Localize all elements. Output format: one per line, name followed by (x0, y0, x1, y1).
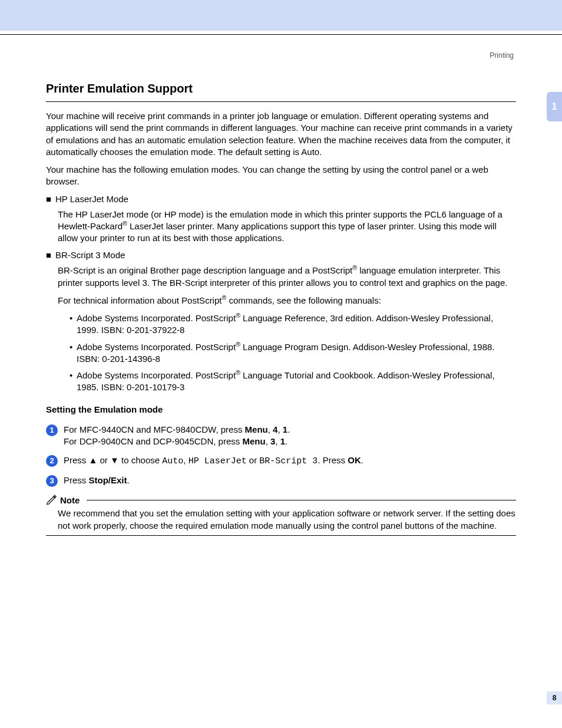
text: , (266, 436, 270, 446)
step-number-icon: 1 (46, 424, 58, 436)
subheading: Setting the Emulation mode (46, 404, 516, 414)
step-2-body: Press ▲ or ▼ to choose Auto, HP LaserJet… (64, 454, 516, 467)
page-title: Printer Emulation Support (46, 82, 516, 95)
text: . (285, 436, 287, 446)
text: . (287, 424, 290, 434)
step-2: 2 Press ▲ or ▼ to choose Auto, HP LaserJ… (46, 454, 516, 467)
key-menu: Menu (242, 436, 265, 446)
mode-br-tech-post: commands, see the following manuals: (226, 295, 381, 305)
text: For DCP-9040CN and DCP-9045CDN, press (64, 436, 242, 446)
mode-br-title: BR-Script 3 Mode (55, 250, 125, 260)
step-number-icon: 3 (46, 475, 58, 487)
text: . Press (318, 455, 348, 465)
mode-br: ■BR-Script 3 Mode (46, 250, 516, 260)
mode-hp-body: The HP LaserJet mode (or HP mode) is the… (58, 209, 516, 245)
note-label: Note (60, 495, 80, 505)
intro-paragraph-1: Your machine will receive print commands… (46, 110, 516, 158)
note-rule (87, 500, 516, 500)
mode-br-tech: For technical information about PostScri… (58, 295, 516, 307)
mode-br-tech-pre: For technical information about PostScri… (58, 295, 222, 305)
ref-pre: Adobe Systems Incorporated. PostScript (77, 342, 236, 352)
mode-hp-title: HP LaserJet Mode (55, 194, 128, 204)
key-stop-exit: Stop/Exit (89, 475, 127, 485)
reference-item: Adobe Systems Incorporated. PostScript® … (70, 312, 516, 337)
text: For MFC-9440CN and MFC-9840CDW, press (64, 424, 245, 434)
step-3-body: Press Stop/Exit. (64, 475, 516, 487)
key-1: 1 (280, 436, 285, 446)
mode-br-body: BR-Script is an original Brother page de… (58, 265, 516, 289)
step-3: 3 Press Stop/Exit. (46, 475, 516, 487)
key-1: 1 (283, 424, 287, 434)
title-underline (46, 101, 516, 102)
reference-item: Adobe Systems Incorporated. PostScript® … (70, 341, 516, 365)
text: . (361, 455, 363, 465)
option-hp: HP LaserJet (189, 456, 247, 466)
step-number-icon: 2 (46, 455, 58, 467)
mode-br-body-pre: BR-Script is an original Brother page de… (58, 265, 352, 275)
registered-icon: ® (236, 341, 240, 348)
key-menu: Menu (245, 424, 268, 434)
note-header: Note (46, 494, 516, 506)
note-body: We recommend that you set the emulation … (58, 508, 516, 532)
text: , (277, 424, 282, 434)
top-bar (0, 0, 562, 31)
page-content: Printing Printer Emulation Support Your … (0, 35, 562, 536)
registered-icon: ® (352, 264, 357, 271)
registered-icon: ® (123, 220, 127, 227)
intro-paragraph-2: Your machine has the following emulation… (46, 164, 516, 188)
text: , (275, 436, 280, 446)
note-block: Note We recommend that you set the emula… (46, 494, 516, 536)
text: , (183, 455, 188, 465)
reference-item: Adobe Systems Incorporated. PostScript® … (70, 370, 516, 394)
chapter-tab: 1 (547, 92, 562, 121)
square-bullet-icon: ■ (46, 250, 55, 260)
note-rule-bottom (46, 535, 516, 536)
text: Press ▲ or ▼ to choose (64, 455, 162, 465)
section-header: Printing (46, 51, 514, 60)
key-ok: OK (348, 455, 361, 465)
ref-pre: Adobe Systems Incorporated. PostScript (77, 370, 236, 380)
ref-pre: Adobe Systems Incorporated. PostScript (77, 313, 236, 323)
registered-icon: ® (236, 369, 240, 376)
step-1-body: For MFC-9440CN and MFC-9840CDW, press Me… (64, 424, 516, 448)
square-bullet-icon: ■ (46, 194, 55, 204)
text: , (268, 424, 273, 434)
note-icon (46, 494, 57, 506)
option-auto: Auto (162, 456, 183, 466)
reference-list: Adobe Systems Incorporated. PostScript® … (70, 312, 516, 394)
registered-icon: ® (236, 312, 240, 319)
text: . (127, 475, 130, 485)
mode-hp: ■HP LaserJet Mode (46, 194, 516, 204)
page-number: 8 (547, 691, 562, 704)
option-br: BR-Script 3 (259, 456, 318, 466)
step-1: 1 For MFC-9440CN and MFC-9840CDW, press … (46, 424, 516, 448)
text: Press (64, 475, 89, 485)
text: or (247, 455, 260, 465)
